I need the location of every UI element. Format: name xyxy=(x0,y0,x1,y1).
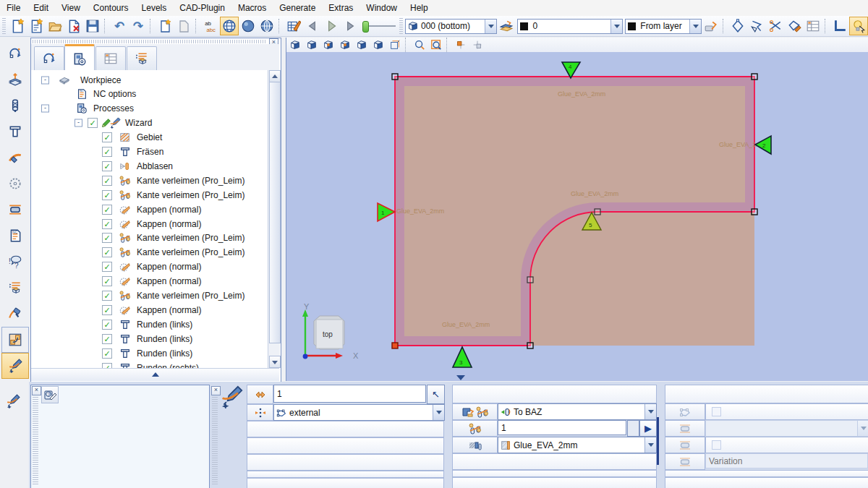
view-plane-combo[interactable]: 000 (bottom) xyxy=(405,19,497,34)
tree-item-operation-partial[interactable]: ✓Runden (rechts) xyxy=(31,361,268,368)
viewport[interactable]: Glue_EVA_2mm Glue_EVA_2mm Glue_EVA_2mm G… xyxy=(286,52,868,381)
tree-item-operation[interactable]: ✓Kante verleimen (Pro_Leim) xyxy=(31,231,268,245)
draw-polygon-button[interactable] xyxy=(728,17,747,35)
disabled-checkbox[interactable] xyxy=(712,440,721,450)
tab-processes[interactable] xyxy=(64,44,95,72)
simulation-slider[interactable] xyxy=(359,17,397,35)
coordinate-system-button[interactable] xyxy=(830,17,849,35)
contour-handle[interactable] xyxy=(595,209,600,215)
help-assistant-button[interactable] xyxy=(1,249,29,275)
pick-contour-button[interactable]: ↖ xyxy=(427,385,445,404)
layer-tools-button[interactable] xyxy=(497,17,516,35)
tree-item-operation[interactable]: ✓Runden (links) xyxy=(31,346,268,361)
dropdown-arrow-icon[interactable] xyxy=(689,20,701,33)
save-button[interactable] xyxy=(83,17,102,35)
tree-item-processes[interactable]: - Processes xyxy=(31,101,268,116)
view-cube[interactable]: top xyxy=(314,316,344,349)
disabled-combo[interactable] xyxy=(705,420,868,437)
redo-button[interactable]: ↷ xyxy=(129,17,148,35)
tree-item-operation[interactable]: ✓Gebiet xyxy=(31,130,268,145)
corner-program-button[interactable] xyxy=(1,327,29,353)
checkbox-checked-icon[interactable]: ✓ xyxy=(102,320,112,330)
tab-list[interactable] xyxy=(95,46,126,70)
scroll-down-icon[interactable] xyxy=(269,356,281,368)
close-file-button[interactable] xyxy=(64,17,83,35)
checkbox-checked-icon[interactable]: ✓ xyxy=(102,363,112,368)
contour-number-input[interactable] xyxy=(273,385,426,403)
tree-item-operation[interactable]: ✓Kante verleimen (Pro_Leim) xyxy=(31,188,268,202)
workpiece-tool-button[interactable] xyxy=(1,67,29,93)
tree-scrollbar[interactable] xyxy=(268,70,280,368)
tab-macros[interactable] xyxy=(127,46,157,70)
slider-handle[interactable] xyxy=(362,21,369,33)
tree-item-operation[interactable]: ✓Abblasen xyxy=(31,159,268,174)
tree-item-operation[interactable]: ✓Kappen (normal) xyxy=(31,274,268,288)
zoom-fit-button[interactable] xyxy=(411,38,427,53)
dimensions-button[interactable] xyxy=(386,38,403,53)
checkbox-checked-icon[interactable]: ✓ xyxy=(102,147,112,157)
contour-handle[interactable] xyxy=(527,277,533,283)
count-spacer-button[interactable] xyxy=(627,420,639,437)
edgeband-tool-button[interactable] xyxy=(1,145,29,171)
variation-input[interactable] xyxy=(705,453,868,468)
collapse-expander-icon[interactable]: - xyxy=(75,119,82,127)
scrollbar-thumb[interactable] xyxy=(269,82,281,343)
hybrid-view-button[interactable] xyxy=(258,17,276,35)
checkbox-checked-icon[interactable]: ✓ xyxy=(102,348,112,359)
tree-item-operation[interactable]: ✓Kappen (normal) xyxy=(31,260,268,274)
macro-tool-button[interactable] xyxy=(1,275,29,301)
tree-item-workpiece[interactable]: - Workpiece xyxy=(31,73,268,87)
side-combo[interactable]: external xyxy=(273,404,445,421)
edge-marker-1[interactable] xyxy=(378,203,395,221)
glue-combo[interactable]: Glue_EVA_2mm xyxy=(498,437,657,453)
pen-combo[interactable]: 0 xyxy=(517,19,623,34)
mill-tool-button[interactable] xyxy=(1,119,29,145)
menu-macros[interactable]: Macros xyxy=(231,0,273,16)
dropdown-arrow-icon[interactable] xyxy=(433,405,444,420)
step-back-button[interactable] xyxy=(303,17,322,35)
notes-help-button[interactable] xyxy=(41,386,59,403)
checkbox-checked-icon[interactable]: ✓ xyxy=(102,190,112,200)
collapse-expander-icon[interactable]: - xyxy=(41,105,49,113)
new-file-button[interactable] xyxy=(8,17,27,35)
checkbox-checked-icon[interactable]: ✓ xyxy=(102,247,112,257)
checkbox-checked-icon[interactable]: ✓ xyxy=(88,118,98,128)
edit-contour-button[interactable] xyxy=(785,17,804,35)
dropdown-arrow-icon[interactable] xyxy=(644,437,656,453)
contour-handle[interactable] xyxy=(752,209,757,215)
contour-start-handle[interactable] xyxy=(392,343,398,348)
drill-tool-button[interactable] xyxy=(1,93,29,119)
contour-list-button[interactable] xyxy=(804,17,822,35)
count-next-button[interactable]: ▶ xyxy=(639,420,657,437)
toolbar-grip[interactable] xyxy=(2,18,6,34)
transfer-combo[interactable]: To BAZ xyxy=(498,403,657,420)
menu-help[interactable]: Help xyxy=(404,0,435,16)
notes-grip[interactable] xyxy=(33,397,38,485)
view-back-button[interactable] xyxy=(336,38,353,53)
disabled-checkbox[interactable] xyxy=(712,407,721,416)
menu-extras[interactable]: Extras xyxy=(322,0,359,16)
duplicate-window-button[interactable] xyxy=(174,17,193,35)
shaded-view-button[interactable] xyxy=(239,17,258,35)
pocket-tool-button[interactable] xyxy=(1,197,29,223)
tree-item-operation[interactable]: ✓Kante verleimen (Pro_Leim) xyxy=(31,288,268,303)
column-splitter[interactable] xyxy=(657,417,659,465)
view-iso2-button[interactable] xyxy=(303,38,320,53)
panel-grip[interactable] xyxy=(33,40,265,43)
wizard-mini-button[interactable] xyxy=(6,394,25,413)
view-right-button[interactable] xyxy=(370,38,386,53)
scroll-up-icon[interactable] xyxy=(269,70,281,82)
saw-tool-button[interactable] xyxy=(1,171,29,197)
tree-item-nc-options[interactable]: NC options xyxy=(31,87,268,101)
checkbox-checked-icon[interactable]: ✓ xyxy=(102,205,112,215)
menu-file[interactable]: File xyxy=(0,0,27,16)
count-input[interactable] xyxy=(498,420,626,435)
dropdown-arrow-icon[interactable] xyxy=(644,404,656,419)
menu-levels[interactable]: Levels xyxy=(135,0,174,16)
menu-generate[interactable]: Generate xyxy=(273,0,322,16)
view-front-button[interactable] xyxy=(320,38,336,53)
tree-item-operation[interactable]: ✓Kappen (normal) xyxy=(31,202,268,217)
view-iso1-button[interactable] xyxy=(286,38,303,53)
contour-handle[interactable] xyxy=(392,74,398,80)
contour-handle[interactable] xyxy=(752,74,757,80)
